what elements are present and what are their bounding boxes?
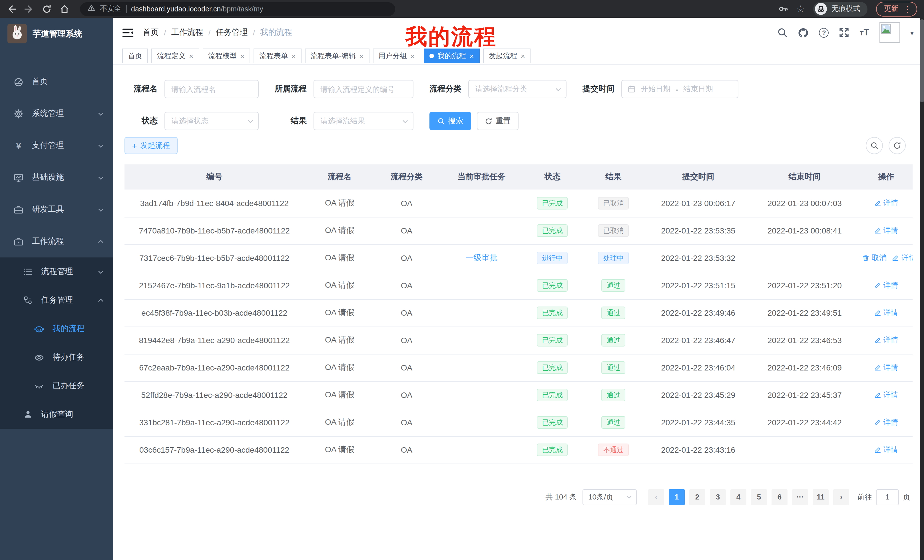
browser-forward-icon[interactable]	[24, 4, 34, 13]
status-select[interactable]: 请选择状态	[165, 112, 259, 130]
font-size-icon[interactable]: TT	[860, 27, 869, 38]
tab-home[interactable]: 首页	[122, 48, 148, 63]
chevron-down-icon	[555, 86, 561, 92]
help-icon[interactable]	[819, 28, 829, 37]
detail-link[interactable]: 详情	[874, 417, 898, 428]
category-select[interactable]: 请选择流程分类	[468, 80, 567, 98]
sidebar-item-infrastructure[interactable]: 基础设施	[0, 162, 113, 193]
breadcrumb-item[interactable]: 任务管理	[216, 27, 248, 38]
table-refresh-button[interactable]	[889, 137, 906, 154]
browser-menu-icon[interactable]	[903, 4, 911, 13]
page-size-select[interactable]: 10条/页	[582, 489, 637, 505]
sidebar-item-label: 首页	[32, 76, 104, 87]
sidebar-collapse-icon[interactable]	[122, 28, 134, 37]
tab-process-form[interactable]: 流程表单	[254, 48, 301, 63]
detail-link[interactable]: 详情	[874, 335, 898, 345]
close-icon[interactable]	[359, 52, 363, 60]
total-count: 共 104 条	[545, 492, 577, 502]
header-search-icon[interactable]	[777, 27, 788, 38]
detail-link[interactable]: 详情	[874, 390, 898, 400]
fullscreen-icon[interactable]	[839, 27, 849, 38]
submit-time-label: 提交时间	[582, 84, 621, 94]
sidebar-item-leave-query[interactable]: 请假查询	[0, 400, 113, 429]
cell-task	[438, 436, 525, 464]
process-name-input[interactable]	[165, 80, 259, 98]
result-badge: 通过	[602, 361, 626, 374]
sidebar-item-payment[interactable]: ¥ 支付管理	[0, 130, 113, 162]
status-badge: 已完成	[537, 279, 568, 292]
address-bar[interactable]: 不安全 dashboard.yudao.iocoder.cn/bpm/task/…	[80, 2, 395, 16]
sidebar-item-devtools[interactable]: 研发工具	[0, 193, 113, 226]
page-scrollbar[interactable]	[920, 18, 924, 560]
result-select[interactable]: 请选择流结果	[314, 112, 414, 130]
page-button-11[interactable]: 11	[813, 489, 829, 505]
more-pages-button[interactable]: ···	[792, 489, 808, 505]
close-icon[interactable]	[240, 52, 244, 60]
sidebar-item-label: 工作流程	[32, 236, 89, 247]
browser-reload-icon[interactable]	[42, 4, 51, 13]
browser-home-icon[interactable]	[60, 4, 69, 13]
close-icon[interactable]	[410, 52, 415, 60]
close-icon[interactable]	[470, 52, 474, 60]
avatar[interactable]	[879, 22, 900, 43]
breadcrumb-item[interactable]: 首页	[143, 27, 159, 38]
page-button-5[interactable]: 5	[751, 489, 767, 505]
sidebar-item-todo-tasks[interactable]: 待办任务	[0, 343, 113, 371]
github-icon[interactable]	[798, 27, 809, 38]
password-key-icon[interactable]	[778, 4, 788, 14]
app-logo-row[interactable]: 芋道管理系统	[0, 18, 113, 49]
close-icon[interactable]	[189, 52, 193, 60]
update-chrome-button[interactable]: 更新	[876, 1, 917, 16]
page-button-3[interactable]: 3	[710, 489, 726, 505]
table-row: 7317cec6-7b9b-11ec-b5b7-acde48001122 OA …	[124, 244, 913, 272]
start-date-placeholder: 开始日期	[641, 84, 670, 94]
detail-link[interactable]: 详情	[874, 445, 898, 455]
prev-page-button[interactable]: ‹	[648, 489, 664, 505]
owner-process-input[interactable]	[314, 80, 414, 98]
reset-button[interactable]: 重置	[477, 112, 519, 130]
scrollbar-thumb[interactable]	[920, 19, 924, 102]
sidebar-item-task-management[interactable]: 任务管理	[0, 286, 113, 314]
avatar-dropdown-icon[interactable]	[910, 28, 914, 37]
cell-end-time: 2022-01-23 00:07:03	[750, 190, 860, 217]
detail-link[interactable]: 详情	[892, 253, 913, 263]
sidebar-item-home[interactable]: 首页	[0, 66, 113, 97]
detail-link[interactable]: 详情	[874, 280, 898, 290]
eye-icon	[34, 352, 44, 362]
bookmark-star-icon[interactable]	[796, 3, 805, 14]
sidebar-item-done-tasks[interactable]: 已办任务	[0, 371, 113, 400]
tab-process-definition[interactable]: 流程定义	[152, 48, 199, 63]
cell-name: OA 请假	[304, 381, 375, 409]
cancel-link[interactable]: 取消	[862, 253, 886, 263]
sidebar-item-system[interactable]: 系统管理	[0, 97, 113, 130]
sidebar-item-my-process[interactable]: 我的流程	[0, 314, 113, 343]
breadcrumb-item[interactable]: 工作流程	[171, 27, 203, 38]
goto-page-input[interactable]	[876, 489, 899, 505]
detail-link[interactable]: 详情	[874, 198, 898, 208]
tab-process-model[interactable]: 流程模型	[202, 48, 250, 63]
page-button-4[interactable]: 4	[730, 489, 746, 505]
cell-task	[438, 381, 525, 409]
detail-link[interactable]: 详情	[874, 362, 898, 373]
detail-link[interactable]: 详情	[874, 226, 898, 236]
detail-link[interactable]: 详情	[874, 308, 898, 318]
search-button[interactable]: 搜索	[429, 112, 471, 130]
page-button-1[interactable]: 1	[669, 489, 685, 505]
next-page-button[interactable]: ›	[833, 489, 849, 505]
submit-time-range-picker[interactable]: 开始日期 - 结束日期	[621, 80, 738, 98]
current-task-link[interactable]: 一级审批	[465, 253, 497, 262]
page-button-6[interactable]: 6	[771, 489, 788, 505]
security-label[interactable]: 不安全	[100, 4, 122, 14]
cell-end-time	[750, 436, 860, 464]
tab-process-form-edit[interactable]: 流程表单-编辑	[305, 48, 369, 63]
close-icon[interactable]	[291, 52, 296, 60]
browser-back-icon[interactable]	[7, 4, 16, 13]
close-icon[interactable]	[520, 52, 525, 60]
start-process-button[interactable]: + 发起流程	[124, 137, 178, 154]
sidebar-item-workflow[interactable]: 工作流程	[0, 226, 113, 258]
sidebar-item-process-management[interactable]: 流程管理	[0, 258, 113, 286]
page-button-2[interactable]: 2	[689, 489, 705, 505]
status-badge: 已完成	[537, 416, 568, 429]
url-text[interactable]: dashboard.yudao.iocoder.cn/bpm/task/my	[131, 5, 263, 13]
table-search-toggle-button[interactable]	[866, 137, 883, 154]
